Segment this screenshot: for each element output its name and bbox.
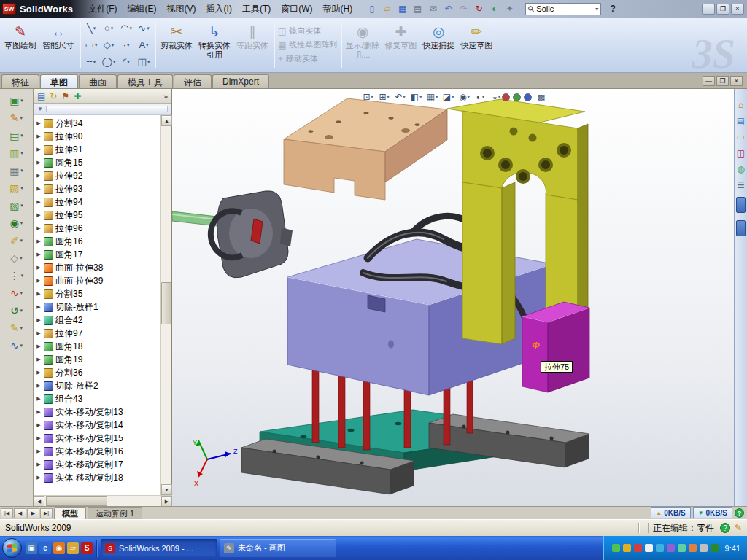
feature-tree-item[interactable]: ▶ 拉伸92 — [34, 169, 160, 182]
search-input[interactable] — [536, 4, 583, 13]
feature-tree-item[interactable]: ▶ 分割34 — [34, 117, 160, 130]
close-button[interactable]: × — [731, 4, 744, 15]
tray-icon-6[interactable] — [667, 544, 675, 552]
toolbar-button[interactable]: ↳转换实体引用 — [196, 19, 233, 71]
toolbar-button[interactable]: ▦线性草图阵列 — [278, 39, 337, 50]
filter-funnel-icon[interactable]: ▼ — [37, 106, 43, 112]
search-dropdown-icon[interactable]: ▾ — [595, 6, 598, 12]
netmeter-help-icon[interactable]: ? — [735, 508, 744, 518]
feature-tree-item[interactable]: ▶ 实体-移动/复制18 — [34, 471, 160, 484]
previous-view-icon[interactable]: ↶▾ — [392, 90, 408, 104]
feature-tree-item[interactable]: ▶ 实体-移动/复制17 — [34, 458, 160, 471]
ie-icon[interactable]: e — [39, 542, 51, 554]
feature-tree-item[interactable]: ▶ 实体-移动/复制14 — [34, 419, 160, 432]
menu-item[interactable]: 帮助(H) — [318, 1, 358, 18]
design-library-icon[interactable]: ▤ — [737, 117, 745, 125]
graphics-viewport[interactable]: Φ Y Z X ⊡▾⊞▾↶▾◧▾▦▾◪▾◉▾◐▾◒▾ ▩ — [172, 89, 734, 506]
menu-item[interactable]: 窗口(W) — [276, 1, 317, 18]
curves-flyout-icon[interactable]: ◉▾ — [2, 215, 31, 230]
new-document-icon[interactable]: ▯ — [365, 2, 379, 15]
feature-tree-item[interactable]: ▶ 切除-放样1 — [34, 300, 160, 314]
featuremanager-tab-icon[interactable]: ▤ — [37, 92, 45, 101]
edit-color-icon[interactable]: ◐ — [487, 2, 501, 15]
dimensions-flyout-icon[interactable]: ◇▾ — [2, 250, 31, 265]
feature-tree-item[interactable]: ▶ 拉伸90 — [34, 130, 160, 143]
expand-arrow-icon[interactable]: ▶ — [36, 435, 42, 441]
open-document-icon[interactable]: ▱ — [380, 2, 394, 15]
print-icon[interactable]: ▤ — [411, 2, 425, 15]
appearance-red-swatch[interactable] — [502, 93, 510, 101]
feature-tree-item[interactable]: ▶ 分割36 — [34, 366, 160, 379]
display-style-icon[interactable]: ◪▾ — [441, 90, 456, 104]
tray-icon-9[interactable] — [700, 544, 708, 552]
file-explorer-icon[interactable]: ▭ — [737, 133, 745, 141]
solidworks-qlaunch-icon[interactable]: S — [81, 542, 93, 554]
line-icon[interactable]: ╲▾ — [82, 20, 100, 36]
command-tab[interactable]: DimXpert — [212, 74, 269, 88]
expand-arrow-icon[interactable]: ▶ — [36, 343, 42, 349]
edit-appearance-icon[interactable]: ◐▾ — [473, 90, 488, 104]
feature-tree-item[interactable]: ▶ 圆角17 — [34, 248, 160, 261]
minimize-button[interactable]: — — [702, 4, 715, 15]
scroll-up-icon[interactable]: ▲ — [161, 115, 172, 126]
send-icon[interactable]: ✉ — [426, 2, 440, 15]
options-icon[interactable]: ✦ — [503, 2, 516, 15]
blocks-flyout-icon[interactable]: ⋮▾ — [2, 268, 31, 283]
mold-tools-flyout-icon[interactable]: ▧▾ — [2, 198, 31, 213]
hide-show-items-icon[interactable]: ◉▾ — [457, 90, 472, 104]
spline-icon[interactable]: ∿▾ — [135, 20, 152, 36]
tray-icon-8[interactable] — [689, 544, 697, 552]
expand-arrow-icon[interactable]: ▶ — [36, 357, 42, 362]
command-tab[interactable]: 特征 — [1, 74, 39, 88]
feature-tree-item[interactable]: ▶ 圆角15 — [34, 156, 160, 169]
custom-properties-icon[interactable]: ☰ — [737, 181, 745, 190]
features-flyout-icon[interactable]: ▣▾ — [2, 93, 31, 108]
menu-item[interactable]: 视图(V) — [162, 1, 201, 18]
taskpane-tab[interactable] — [736, 197, 746, 213]
expand-arrow-icon[interactable]: ▶ — [36, 422, 42, 428]
expand-arrow-icon[interactable]: ▶ — [36, 330, 42, 336]
arc-icon[interactable]: ◠▾ — [117, 20, 135, 36]
expand-arrow-icon[interactable]: ▶ — [36, 317, 42, 323]
expand-arrow-icon[interactable]: ▶ — [36, 475, 42, 481]
toolbar-button[interactable]: ∥等距实体 — [233, 19, 271, 71]
model-3d-view[interactable]: Φ Y Z X — [172, 89, 734, 506]
scroll-down-icon[interactable]: ▼ — [161, 484, 172, 495]
menu-item[interactable]: 文件(F) — [83, 1, 122, 18]
sketch-fillet-icon[interactable]: ◜▾ — [117, 53, 135, 70]
feature-tree-item[interactable]: ▶ 组合43 — [34, 392, 160, 405]
feature-tree-item[interactable]: ▶ 拉伸96 — [34, 222, 160, 235]
tab-nav-button[interactable]: ▶| — [40, 508, 53, 518]
appearance-green-swatch[interactable] — [513, 93, 521, 101]
tray-icon-3[interactable] — [634, 544, 642, 552]
rectangle-icon[interactable]: ▭▾ — [82, 36, 100, 53]
feature-tree-item[interactable]: ▶ 圆角18 — [34, 340, 160, 353]
feature-tree-item[interactable]: ▶ 实体-移动/复制13 — [34, 405, 160, 419]
polygon-icon[interactable]: ◇▾ — [100, 36, 117, 53]
tray-icon-5[interactable] — [656, 544, 664, 552]
expand-arrow-icon[interactable]: ▶ — [36, 370, 42, 376]
command-tab[interactable]: 曲面 — [79, 74, 117, 88]
zoom-area-icon[interactable]: ⊞▾ — [376, 90, 392, 104]
tree-horizontal-scrollbar[interactable]: ◀ ▶ — [34, 495, 172, 506]
taskbar-clock[interactable]: 9:41 — [725, 544, 740, 553]
menu-item[interactable]: 工具(T) — [237, 1, 276, 18]
dimxpertmanager-tab-icon[interactable]: ✚ — [74, 92, 81, 101]
expand-arrow-icon[interactable]: ▶ — [36, 265, 42, 271]
save-icon[interactable]: ▦ — [395, 2, 409, 15]
tab-nav-button[interactable]: |◀ — [1, 508, 13, 518]
menu-item[interactable]: 编辑(E) — [123, 1, 162, 18]
view-orientation-icon[interactable]: ▦▾ — [425, 90, 440, 104]
scroll-right-icon[interactable]: ▶ — [161, 496, 172, 507]
expand-arrow-icon[interactable]: ▶ — [36, 278, 42, 284]
command-tab[interactable]: 评估 — [174, 74, 212, 88]
taskbar-task-button[interactable]: ✎ 未命名 - 画图 — [220, 539, 336, 557]
expand-arrow-icon[interactable]: ▶ — [36, 212, 42, 218]
tools-flyout-icon[interactable]: ↺▾ — [2, 303, 31, 318]
doc-minimize-button[interactable]: — — [703, 76, 715, 86]
feature-tree-item[interactable]: ▶ 曲面-拉伸38 — [34, 261, 160, 274]
tab-nav-button[interactable]: ▶ — [27, 508, 39, 518]
undo-icon[interactable]: ↶ — [441, 2, 455, 15]
expand-arrow-icon[interactable]: ▶ — [36, 238, 42, 244]
folder-icon[interactable]: ▱ — [67, 542, 79, 554]
